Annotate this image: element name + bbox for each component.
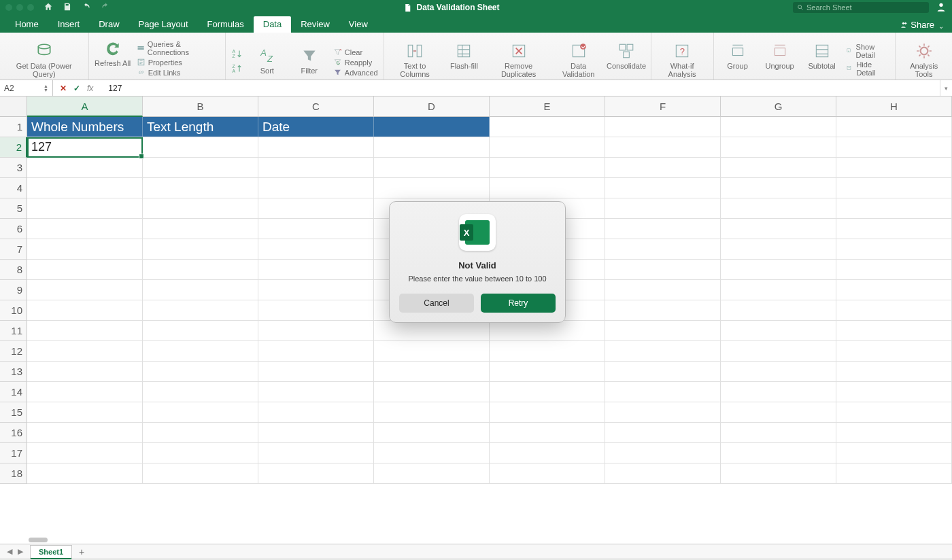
cell-G15[interactable] (721, 402, 836, 423)
cell-F9[interactable] (605, 280, 721, 300)
select-all-corner[interactable] (0, 97, 27, 117)
ribbon-collapse-icon[interactable]: ⌄ (938, 22, 947, 33)
undo-icon[interactable] (82, 2, 91, 14)
formula-input[interactable]: 127 (105, 84, 940, 93)
cell-H14[interactable] (836, 382, 952, 402)
cell-A12[interactable] (27, 341, 143, 362)
column-header-D[interactable]: D (374, 97, 490, 117)
cell-A15[interactable] (27, 402, 143, 423)
show-detail-button[interactable]: +Show Detail (846, 43, 890, 59)
cell-D16[interactable] (374, 423, 490, 443)
row-header-10[interactable]: 10 (0, 300, 27, 321)
cell-B2[interactable] (143, 137, 258, 158)
cell-E11[interactable] (490, 321, 605, 341)
cell-F6[interactable] (605, 219, 721, 239)
column-header-B[interactable]: B (143, 97, 258, 117)
row-header-18[interactable]: 18 (0, 463, 27, 484)
analysis-tools-button[interactable]: Analysis Tools (901, 41, 947, 78)
cell-D11[interactable] (374, 321, 490, 341)
expand-formula-bar-icon[interactable]: ▾ (940, 80, 952, 96)
cell-F3[interactable] (605, 158, 721, 178)
cell-C8[interactable] (258, 260, 374, 280)
cell-G3[interactable] (721, 158, 836, 178)
cell-E13[interactable] (490, 362, 605, 382)
cell-G11[interactable] (721, 321, 836, 341)
cell-A16[interactable] (27, 423, 143, 443)
cell-G10[interactable] (721, 300, 836, 321)
cell-C1[interactable]: Date (258, 117, 374, 137)
cell-E17[interactable] (490, 443, 605, 463)
cell-A6[interactable] (27, 219, 143, 239)
cell-F5[interactable] (605, 198, 721, 219)
cell-G8[interactable] (721, 260, 836, 280)
subtotal-button[interactable]: Subtotal (804, 41, 840, 70)
cell-B8[interactable] (143, 260, 258, 280)
cell-H13[interactable] (836, 362, 952, 382)
cell-E4[interactable] (490, 178, 605, 198)
cell-G4[interactable] (721, 178, 836, 198)
search-sheet-input[interactable]: Search Sheet (793, 2, 929, 13)
cell-B17[interactable] (143, 443, 258, 463)
cell-E3[interactable] (490, 158, 605, 178)
cell-H9[interactable] (836, 280, 952, 300)
cell-D1[interactable] (374, 117, 490, 137)
minimize-window-icon[interactable] (16, 4, 23, 11)
cell-G7[interactable] (721, 239, 836, 260)
row-header-12[interactable]: 12 (0, 341, 27, 362)
cell-A3[interactable] (27, 158, 143, 178)
cell-D2[interactable] (374, 137, 490, 158)
cell-H16[interactable] (836, 423, 952, 443)
cell-D15[interactable] (374, 402, 490, 423)
hide-detail-button[interactable]: −Hide Detail (846, 60, 890, 77)
column-header-C[interactable]: C (258, 97, 374, 117)
cell-H5[interactable] (836, 198, 952, 219)
retry-button[interactable]: Retry (481, 294, 556, 313)
sheet-tab-sheet1[interactable]: Sheet1 (30, 545, 72, 559)
row-header-6[interactable]: 6 (0, 219, 27, 239)
cell-H1[interactable] (836, 117, 952, 137)
cell-F2[interactable] (605, 137, 721, 158)
home-icon[interactable] (44, 2, 53, 14)
flash-fill-button[interactable]: Flash-fill (445, 41, 482, 70)
cell-H7[interactable] (836, 239, 952, 260)
cell-B6[interactable] (143, 219, 258, 239)
cell-A18[interactable] (27, 463, 143, 484)
cell-C14[interactable] (258, 382, 374, 402)
sort-desc-icon[interactable]: ZA (231, 63, 243, 76)
remove-duplicates-button[interactable]: Remove Duplicates (488, 41, 549, 78)
cell-G5[interactable] (721, 198, 836, 219)
sort-button[interactable]: AZ Sort (249, 46, 286, 75)
cell-D18[interactable] (374, 463, 490, 484)
maximize-window-icon[interactable] (27, 4, 34, 11)
cell-D3[interactable] (374, 158, 490, 178)
save-icon[interactable] (63, 2, 72, 14)
window-controls[interactable] (5, 4, 34, 11)
column-header-A[interactable]: A (27, 97, 143, 117)
row-header-17[interactable]: 17 (0, 443, 27, 463)
cell-B3[interactable] (143, 158, 258, 178)
text-to-columns-button[interactable]: Text to Columns (390, 41, 441, 78)
cell-G18[interactable] (721, 463, 836, 484)
cell-E2[interactable] (490, 137, 605, 158)
properties-button[interactable]: Properties (137, 58, 182, 67)
cell-F1[interactable] (605, 117, 721, 137)
get-data-button[interactable]: Get Data (Power Query) (5, 41, 83, 78)
cell-D13[interactable] (374, 362, 490, 382)
cell-B15[interactable] (143, 402, 258, 423)
what-if-analysis-button[interactable]: ?What-if Analysis (657, 41, 708, 78)
cell-C9[interactable] (258, 280, 374, 300)
cell-G16[interactable] (721, 423, 836, 443)
cell-C17[interactable] (258, 443, 374, 463)
cell-E14[interactable] (490, 382, 605, 402)
tab-data[interactable]: Data (254, 16, 291, 33)
cell-H15[interactable] (836, 402, 952, 423)
name-box-stepper-icon[interactable]: ▲▼ (44, 84, 48, 92)
tab-page-layout[interactable]: Page Layout (129, 16, 198, 33)
cell-F15[interactable] (605, 402, 721, 423)
tab-insert[interactable]: Insert (48, 16, 90, 33)
cell-A14[interactable] (27, 382, 143, 402)
accept-edit-icon[interactable]: ✓ (73, 84, 80, 93)
cell-C16[interactable] (258, 423, 374, 443)
row-header-3[interactable]: 3 (0, 158, 27, 178)
name-box[interactable]: A2 ▲▼ (0, 80, 53, 96)
